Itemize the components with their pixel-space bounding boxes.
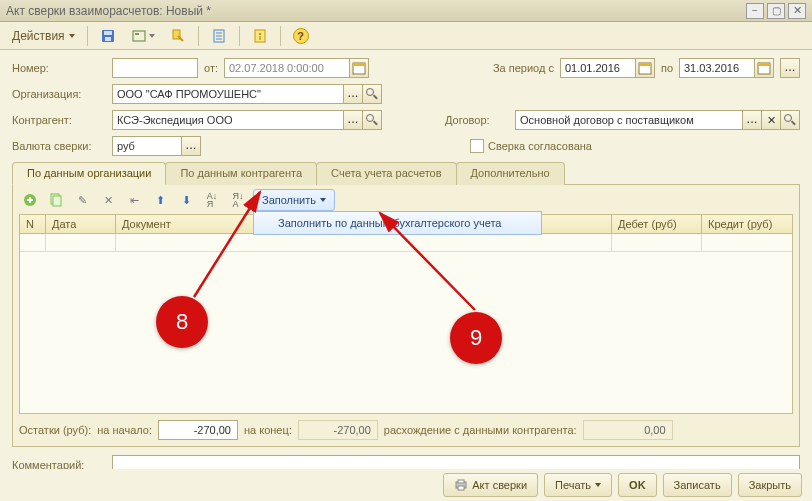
svg-line-28 — [380, 213, 475, 310]
annotation-arrows — [0, 0, 812, 501]
svg-line-27 — [194, 192, 260, 297]
annotation-badge-8: 8 — [156, 296, 208, 348]
annotation-badge-9: 9 — [450, 312, 502, 364]
